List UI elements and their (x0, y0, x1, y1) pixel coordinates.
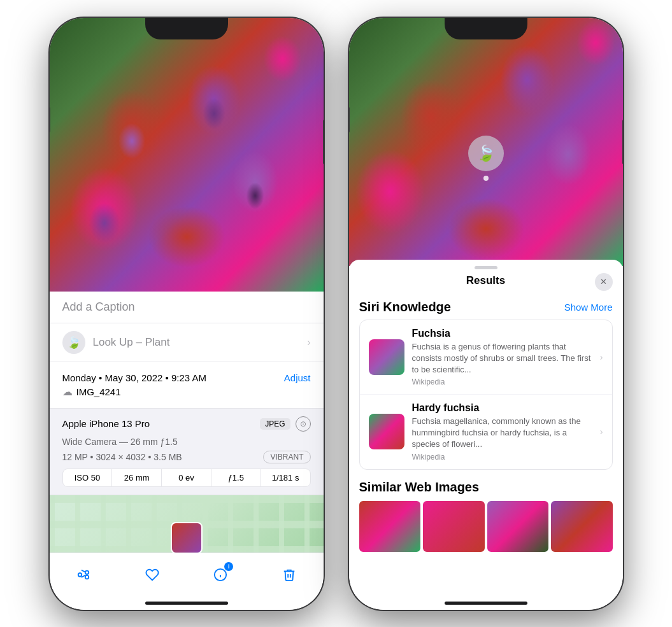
filename: IMG_4241 (76, 386, 121, 397)
hardy-fuchsia-content: Hardy fuchsia Fuchsia magellanica, commo… (412, 402, 592, 461)
similar-image-3[interactable] (487, 501, 549, 552)
favorite-button[interactable] (138, 561, 166, 589)
sheet-handle (475, 266, 497, 269)
file-details: 12 MP • 3024 × 4032 • 3.5 MB (62, 452, 182, 462)
visual-lookup-icon: 🍃 (62, 331, 85, 354)
left-phone-screen: Add a Caption 🍃 Look Up – Plant › Monday… (50, 18, 324, 610)
lookup-chevron-icon: › (307, 337, 310, 348)
home-indicator-left (145, 602, 228, 605)
right-phone-screen: 🍃 Results ✕ Siri Knowledge Show More (349, 18, 623, 610)
device-name: Apple iPhone 13 Pro (62, 418, 150, 429)
similar-title: Similar Web Images (359, 480, 613, 495)
sheet-header: Results ✕ (349, 274, 623, 295)
fuchsia-source: Wikipedia (412, 377, 592, 386)
left-phone: Add a Caption 🍃 Look Up – Plant › Monday… (50, 18, 324, 610)
exif-shutter: 1/181 s (261, 469, 310, 486)
exif-iso: ISO 50 (63, 469, 113, 486)
format-settings-icon: ⊙ (296, 416, 311, 432)
similar-image-1[interactable] (359, 501, 421, 552)
results-sheet[interactable]: Results ✕ Siri Knowledge Show More Fuchs… (349, 260, 623, 610)
hardy-fuchsia-item[interactable]: Hardy fuchsia Fuchsia magellanica, commo… (360, 395, 612, 469)
cloud-icon: ☁ (62, 386, 73, 398)
format-badge: JPEG (260, 418, 290, 430)
share-button[interactable] (69, 561, 97, 589)
delete-button[interactable] (275, 561, 303, 589)
hardy-fuchsia-thumbnail (369, 414, 404, 449)
info-badge: i (224, 562, 233, 571)
photo-info-section: Monday • May 30, 2022 • 9:23 AM Adjust ☁… (50, 362, 324, 409)
fuchsia-desc: Fuchsia is a genus of flowering plants t… (412, 341, 592, 376)
hardy-fuchsia-source: Wikipedia (412, 453, 592, 461)
exif-aperture: ƒ1.5 (211, 469, 261, 486)
knowledge-card: Fuchsia Fuchsia is a genus of flowering … (359, 320, 613, 470)
info-button[interactable]: i (206, 561, 234, 589)
home-indicator-right (445, 602, 527, 605)
fuchsia-name: Fuchsia (412, 328, 592, 339)
caption-placeholder[interactable]: Add a Caption (62, 300, 135, 313)
fuchsia-content: Fuchsia Fuchsia is a genus of flowering … (412, 328, 592, 387)
lookup-text: Look Up – Plant (93, 336, 170, 349)
similar-images-row (359, 501, 613, 552)
exif-ev: 0 ev (162, 469, 211, 486)
adjust-button[interactable]: Adjust (284, 372, 311, 383)
hardy-fuchsia-name: Hardy fuchsia (412, 402, 592, 414)
lookup-dot (483, 176, 489, 181)
hardy-fuchsia-desc: Fuchsia magellanica, commonly known as t… (412, 416, 592, 451)
caption-area[interactable]: Add a Caption (50, 292, 324, 323)
similar-image-4[interactable] (551, 501, 613, 552)
notch-right (445, 18, 527, 39)
lookup-row[interactable]: 🍃 Look Up – Plant › (50, 323, 324, 362)
device-section: Apple iPhone 13 Pro JPEG ⊙ Wide Camera —… (50, 409, 324, 495)
map-thumbnail (171, 522, 203, 554)
sheet-close-button[interactable]: ✕ (595, 273, 613, 291)
siri-knowledge-header: Siri Knowledge Show More (349, 295, 623, 320)
similar-image-2[interactable] (423, 501, 485, 552)
exif-focal: 26 mm (112, 469, 162, 486)
hardy-fuchsia-chevron-icon: › (600, 426, 603, 437)
visual-lookup-button[interactable]: 🍃 (468, 136, 504, 171)
show-more-button[interactable]: Show More (564, 302, 613, 313)
exif-row: ISO 50 26 mm 0 ev ƒ1.5 1/181 s (62, 468, 311, 487)
flower-photo-right[interactable]: 🍃 (349, 18, 623, 266)
fuchsia-item[interactable]: Fuchsia Fuchsia is a genus of flowering … (360, 320, 612, 395)
sheet-title: Results (466, 274, 505, 287)
similar-section: Similar Web Images (349, 475, 623, 552)
vibrant-badge: VIBRANT (263, 451, 310, 463)
siri-knowledge-title: Siri Knowledge (359, 300, 451, 314)
notch (145, 18, 228, 39)
flower-photo-left[interactable] (50, 18, 324, 292)
date-text: Monday • May 30, 2022 • 9:23 AM (62, 372, 206, 383)
fuchsia-thumbnail (369, 339, 404, 375)
camera-details: Wide Camera — 26 mm ƒ1.5 (62, 437, 311, 447)
map-section[interactable] (50, 495, 324, 559)
fuchsia-chevron-icon: › (600, 352, 603, 362)
right-phone: 🍃 Results ✕ Siri Knowledge Show More (349, 18, 623, 610)
